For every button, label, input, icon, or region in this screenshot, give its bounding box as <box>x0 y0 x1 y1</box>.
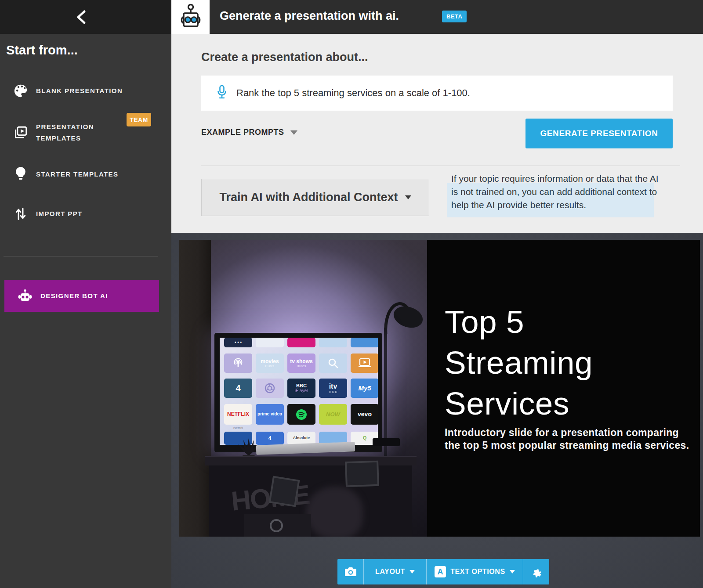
templates-icon <box>12 125 29 140</box>
sidebar-item-label: PRESENTATION TEMPLATES <box>36 121 94 144</box>
app-window: Start from... BLANK PRESENTATION PRESENT… <box>0 0 703 588</box>
tv-app-tile: NETFLIX <box>224 404 252 425</box>
chevron-down-icon <box>510 570 515 574</box>
robot-logo-icon <box>178 4 203 31</box>
slide-workspace: • • •moviesiTunestv showsiTunes4BBCiPlay… <box>171 233 703 588</box>
tv-app-tile: My5 <box>351 379 378 398</box>
tv-app-tile <box>256 379 284 398</box>
prompt-input-value: Rank the top 5 streaming services on a s… <box>236 87 470 99</box>
slide-text-panel: Top 5 Streaming Services Introductory sl… <box>427 240 700 537</box>
tv-stand: HOME <box>205 456 417 537</box>
help-text-block: If your topic requires information or da… <box>451 172 660 227</box>
team-badge: TEAM <box>127 113 151 126</box>
tv-app-tile <box>319 338 347 347</box>
sidebar-top-bar <box>0 0 171 34</box>
sidebar-item-label: DESIGNER BOT AI <box>40 290 108 302</box>
tv-screen: • • •moviesiTunestv showsiTunes4BBCiPlay… <box>220 338 378 445</box>
generate-presentation-button[interactable]: GENERATE PRESENTATION <box>525 119 673 148</box>
tv-app-row: 4BBCiPlayeritvH U BMy5 <box>224 379 378 398</box>
chevron-down-icon <box>290 130 297 135</box>
sidebar-item-label: BLANK PRESENTATION <box>36 85 123 97</box>
sidebar-item-label: STARTER TEMPLATES <box>36 169 118 180</box>
picture-frame <box>269 476 300 507</box>
robot-logo-box <box>171 0 210 34</box>
tv-app-caption: Netflix <box>224 426 252 430</box>
beta-badge: BETA <box>442 11 467 22</box>
slide-title[interactable]: Top 5 Streaming Services <box>427 301 593 424</box>
sidebar-item-designer-bot-ai[interactable]: DESIGNER BOT AI <box>4 280 159 312</box>
text-style-icon: A <box>435 566 446 577</box>
chevron-down-icon <box>409 570 415 574</box>
text-options-dropdown-button[interactable]: A TEXT OPTIONS <box>426 559 523 584</box>
import-arrows-icon <box>12 206 29 221</box>
tv-app-tile: itvH U B <box>319 379 347 398</box>
picture-frame <box>345 461 379 487</box>
tv-app-tile: vevo <box>351 404 378 425</box>
train-ai-dropdown-button[interactable]: Train AI with Additional Context <box>201 179 429 216</box>
sidebar-item-presentation-templates[interactable]: PRESENTATION TEMPLATES TEAM <box>0 119 171 146</box>
slide-toolbar: LAYOUT A TEXT OPTIONS <box>337 559 549 584</box>
text-options-label: TEXT OPTIONS <box>450 568 505 576</box>
train-ai-label: Train AI with Additional Context <box>220 191 398 204</box>
panel-divider <box>201 166 680 166</box>
back-chevron-icon[interactable] <box>74 10 90 25</box>
header-bar: Generate a presentation with ai. BETA <box>171 0 703 34</box>
slide-photo: • • •moviesiTunestv showsiTunes4BBCiPlay… <box>179 240 427 537</box>
layout-dropdown-button[interactable]: LAYOUT <box>363 559 426 584</box>
tv-app-tile <box>351 338 378 347</box>
tv-app-tile <box>224 354 252 373</box>
sidebar: Start from... BLANK PRESENTATION PRESENT… <box>0 0 171 588</box>
help-text: If your topic requires information or da… <box>451 172 660 212</box>
lightbulb-icon <box>12 166 29 182</box>
tv-app-row: moviesiTunestv showsiTunes <box>224 354 378 373</box>
sidebar-item-import-ppt[interactable]: IMPORT PPT <box>0 201 171 227</box>
tv-app-tile: • • • <box>224 338 252 347</box>
prompt-input[interactable]: Rank the top 5 streaming services on a s… <box>201 76 673 111</box>
example-prompts-dropdown[interactable]: EXAMPLE PROMPTS <box>201 128 297 137</box>
tv-app-tile: Absolute <box>287 432 315 445</box>
media-box <box>373 438 400 446</box>
sidebar-divider <box>4 256 158 256</box>
tv-app-tile: 4 <box>224 379 252 398</box>
robot-icon <box>17 289 33 303</box>
tv-app-tile: BBCiPlayer <box>287 379 315 398</box>
prompt-panel: Create a presentation about... Rank the … <box>171 34 703 233</box>
gear-icon <box>530 566 543 578</box>
camera-icon <box>344 566 357 577</box>
example-prompts-label: EXAMPLE PROMPTS <box>201 128 284 137</box>
tv-app-tile <box>287 404 315 425</box>
sidebar-heading: Start from... <box>6 43 78 58</box>
photo-button[interactable] <box>337 559 363 584</box>
settings-button[interactable] <box>523 559 549 584</box>
tv-app-row: NETFLIXprime videoNOWvevo <box>224 404 378 425</box>
slide-preview[interactable]: • • •moviesiTunestv showsiTunes4BBCiPlay… <box>179 240 700 537</box>
tv-app-tile <box>256 338 284 347</box>
tv-app-tile <box>319 354 347 373</box>
chevron-down-icon <box>405 195 411 199</box>
tv-app-tile: tv showsiTunes <box>287 354 315 373</box>
dog-silhouette <box>306 487 363 537</box>
page-title: Generate a presentation with ai. <box>220 9 399 23</box>
sidebar-item-blank-presentation[interactable]: BLANK PRESENTATION <box>0 78 171 104</box>
tv-app-tile: prime video <box>256 404 284 425</box>
tv-app-tile: moviesiTunes <box>256 354 284 373</box>
sidebar-item-starter-templates[interactable]: STARTER TEMPLATES <box>0 162 171 187</box>
tv-app-row: • • • <box>224 338 378 347</box>
microphone-icon[interactable] <box>217 85 227 101</box>
tv-app-tile <box>351 354 378 373</box>
drawer <box>244 514 311 537</box>
tv-app-tile: NOW <box>319 404 347 425</box>
tv-app-tile <box>287 338 315 347</box>
slide-subtitle[interactable]: Introductory slide for a presentation co… <box>445 426 691 452</box>
layout-label: LAYOUT <box>375 568 405 576</box>
sidebar-item-label: IMPORT PPT <box>36 208 83 220</box>
palette-icon <box>12 83 29 98</box>
create-heading: Create a presentation about... <box>201 51 368 64</box>
